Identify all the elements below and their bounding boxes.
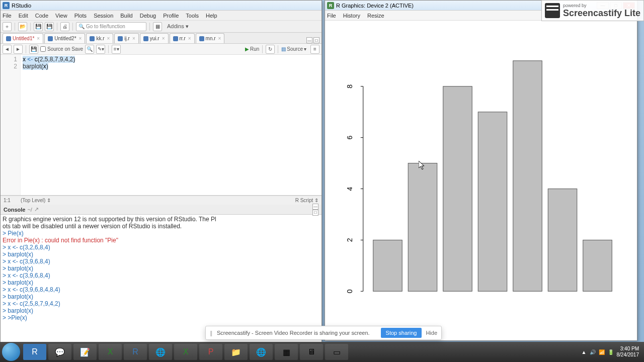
menu-history[interactable]: History <box>343 13 360 19</box>
menu-tools[interactable]: Tools <box>186 13 199 19</box>
minimize-pane-icon[interactable]: — <box>306 37 312 43</box>
menu-build[interactable]: Build <box>120 13 132 19</box>
find-icon[interactable]: 🔍 <box>85 45 94 54</box>
mouse-cursor <box>419 161 426 170</box>
close-tab-icon[interactable]: × <box>188 36 191 41</box>
new-file-icon[interactable]: ＋ <box>3 22 12 31</box>
source-on-save-checkbox[interactable]: Source on Save <box>40 46 83 52</box>
task-chrome[interactable]: 🌐 <box>149 344 172 360</box>
tab-untitled1[interactable]: Untitled1*× <box>3 33 43 43</box>
language-mode[interactable]: R Script ⇕ <box>295 198 318 203</box>
close-tab-icon[interactable]: × <box>162 36 165 41</box>
task-excel[interactable]: X <box>99 344 122 360</box>
bar-6 <box>548 189 577 292</box>
task-app3[interactable]: ▭ <box>325 344 348 360</box>
tray-flag-icon: ▲ <box>582 349 587 355</box>
maximize-pane-icon[interactable]: □ <box>313 37 319 43</box>
addins-menu[interactable]: Addins ▾ <box>167 23 189 30</box>
svg-text:6: 6 <box>346 136 354 140</box>
code-editor[interactable]: 12 x <- c(2,5,8,7,9,4,2) barplot(x) <box>1 55 321 196</box>
save-source-icon[interactable]: 💾 <box>29 45 38 54</box>
popout-icon[interactable]: ↗ <box>34 206 39 213</box>
task-excel2[interactable]: X <box>174 344 197 360</box>
watermark-small: powered by <box>563 3 640 8</box>
tab-kkr[interactable]: kk.r× <box>86 33 113 43</box>
tab-ijr[interactable]: ij.r× <box>114 33 138 43</box>
bar-5 <box>513 61 542 291</box>
barplot-svg: 02468 <box>329 31 633 336</box>
task-app2[interactable]: 🖥 <box>300 344 323 360</box>
task-r[interactable]: R <box>124 344 147 360</box>
wand-icon[interactable]: ✎▾ <box>96 45 105 54</box>
task-skype[interactable]: 💬 <box>48 344 71 360</box>
tray-clock[interactable]: 3:40 PM 8/24/2017 <box>617 346 639 358</box>
menu-help[interactable]: Help <box>206 13 217 19</box>
task-notes[interactable]: 📝 <box>73 344 97 360</box>
close-tab-icon[interactable]: × <box>218 36 221 41</box>
grid-icon[interactable]: ▦ <box>153 22 162 31</box>
source-toolbar: ◄ ► 💾 Source on Save 🔍 ✎▾ ≡▾ ▶Run ↻ ▤Sou… <box>1 44 321 55</box>
bar-2 <box>408 163 437 292</box>
system-tray[interactable]: ▲ 🔊 📶 🔋 3:40 PM 8/24/2017 <box>582 346 642 358</box>
minimize-console-icon[interactable]: — <box>312 204 318 210</box>
scope-selector[interactable]: (Top Level) ⇕ <box>21 198 51 203</box>
rstudio-titlebar[interactable]: R RStudio <box>1 1 321 11</box>
outline-toggle-icon[interactable]: ≡ <box>310 45 319 54</box>
tab-untitled2[interactable]: Untitled2*× <box>44 33 85 43</box>
task-rstudio[interactable]: R <box>23 344 46 360</box>
rgraph-title: R Graphics: Device 2 (ACTIVE) <box>336 3 414 9</box>
menu-code[interactable]: Code <box>35 13 48 19</box>
menu-file[interactable]: File <box>3 13 12 19</box>
close-tab-icon[interactable]: × <box>37 36 40 41</box>
menu-plots[interactable]: Plots <box>74 13 87 19</box>
screen-share-bar: ‖ Screencastify - Screen Video Recorder … <box>205 326 442 340</box>
source-button[interactable]: ▤Source ▾ <box>281 46 306 52</box>
task-app1[interactable]: ▦ <box>275 344 298 360</box>
rerun-icon[interactable]: ↻ <box>266 45 275 54</box>
menu-file[interactable]: File <box>327 13 336 19</box>
menu-view[interactable]: View <box>55 13 67 19</box>
close-tab-icon[interactable]: × <box>132 36 135 41</box>
r-file-icon <box>199 36 204 41</box>
code-body[interactable]: x <- c(2,5,8,7,9,4,2) barplot(x) <box>21 55 321 195</box>
hide-button[interactable]: Hide <box>426 330 437 336</box>
start-button[interactable] <box>2 343 20 361</box>
task-chrome2[interactable]: 🌐 <box>250 344 273 360</box>
pause-icon[interactable]: ‖ <box>210 330 213 336</box>
tab-yuir[interactable]: yui.r× <box>140 33 169 43</box>
task-explorer[interactable]: 📁 <box>224 344 248 360</box>
rstudio-toolbar: ＋ 📂 💾 💾 🖨 🔍 Go to file/function ▦ Addins… <box>1 21 321 33</box>
save-all-icon[interactable]: 💾 <box>45 22 54 31</box>
tray-battery-icon: 🔋 <box>608 349 614 355</box>
print-icon[interactable]: 🖨 <box>60 22 69 31</box>
close-tab-icon[interactable]: × <box>107 36 110 41</box>
menu-session[interactable]: Session <box>94 13 113 19</box>
open-file-icon[interactable]: 📂 <box>18 22 27 31</box>
menu-edit[interactable]: Edit <box>19 13 28 19</box>
rgraph-app-icon: R <box>327 2 334 9</box>
menu-profile[interactable]: Profile <box>163 13 179 19</box>
barplot-canvas: 02468 <box>329 31 633 336</box>
run-button[interactable]: ▶Run <box>245 46 259 52</box>
share-message: Screencastify - Screen Video Recorder is… <box>217 330 370 336</box>
menu-debug[interactable]: Debug <box>140 13 156 19</box>
goto-file-input[interactable]: 🔍 Go to file/function <box>76 22 146 31</box>
back-icon[interactable]: ◄ <box>3 45 12 54</box>
r-file-icon <box>173 36 178 41</box>
forward-icon[interactable]: ► <box>14 45 23 54</box>
save-icon[interactable]: 💾 <box>34 22 43 31</box>
tab-mnr[interactable]: mn.r× <box>196 33 225 43</box>
tab-rrr[interactable]: rr.r× <box>170 33 195 43</box>
console-header: Console ~/ ↗ — □ <box>1 205 321 215</box>
rstudio-menubar: FileEditCodeViewPlotsSessionBuildDebugPr… <box>1 11 321 21</box>
outline-icon[interactable]: ≡▾ <box>112 45 121 54</box>
r-file-icon <box>118 36 123 41</box>
close-tab-icon[interactable]: × <box>79 36 82 41</box>
menu-resize[interactable]: Resize <box>367 13 384 19</box>
svg-text:0: 0 <box>346 289 354 293</box>
maximize-console-icon[interactable]: □ <box>312 210 318 216</box>
rstudio-app-icon: R <box>3 2 10 9</box>
task-ppt[interactable]: P <box>199 344 222 360</box>
editor-statusbar: 1:1 (Top Level) ⇕ R Script ⇕ <box>1 196 321 205</box>
stop-sharing-button[interactable]: Stop sharing <box>381 328 422 338</box>
